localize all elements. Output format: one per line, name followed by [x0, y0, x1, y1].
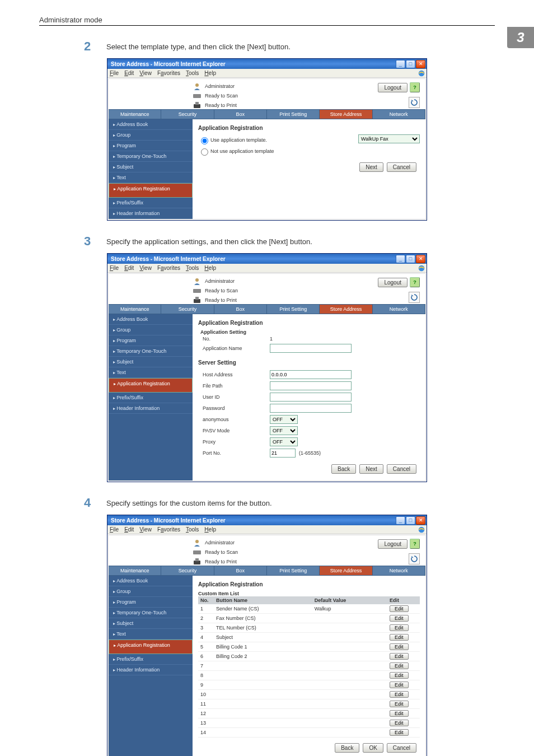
sidebar-item-address[interactable]: Address Book	[109, 119, 193, 130]
back-button[interactable]: Back	[335, 743, 359, 753]
sidebar-item-program[interactable]: Program	[109, 335, 193, 346]
sidebar-item-temp[interactable]: Temporary One-Touch	[109, 151, 193, 162]
sidebar-item-appreg[interactable]: Application Registration	[109, 640, 193, 654]
cancel-button[interactable]: Cancel	[387, 162, 416, 172]
menu-edit[interactable]: Edit	[124, 265, 134, 271]
edit-button[interactable]: Edit	[390, 672, 409, 679]
sidebar-item-temp[interactable]: Temporary One-Touch	[109, 608, 193, 618]
tab-security[interactable]: Security	[161, 110, 214, 119]
radio-not-use[interactable]	[201, 148, 208, 156]
edit-button[interactable]: Edit	[390, 682, 409, 688]
sidebar-item-subject[interactable]: Subject	[109, 162, 193, 172]
ok-button[interactable]: OK	[363, 743, 383, 753]
menu-edit[interactable]: Edit	[124, 70, 134, 76]
sidebar-item-temp[interactable]: Temporary One-Touch	[109, 346, 193, 357]
sidebar-item-group[interactable]: Group	[109, 130, 193, 141]
sidebar-item-program[interactable]: Program	[109, 141, 193, 151]
sidebar-item-text[interactable]: Text	[109, 629, 193, 640]
logout-button[interactable]: Logout	[378, 278, 407, 287]
tab-print[interactable]: Print Setting	[267, 110, 320, 119]
help-icon[interactable]: ?	[410, 277, 420, 287]
edit-button[interactable]: Edit	[390, 605, 409, 612]
menu-tools[interactable]: Tools	[186, 526, 199, 533]
sidebar-item-address[interactable]: Address Book	[109, 314, 193, 325]
sidebar-item-group[interactable]: Group	[109, 325, 193, 335]
tab-store[interactable]: Store Address	[320, 110, 372, 119]
tab-maintenance[interactable]: Maintenance	[109, 305, 161, 314]
tab-box[interactable]: Box	[214, 305, 267, 314]
edit-button[interactable]: Edit	[390, 653, 409, 660]
menu-favorites[interactable]: Favorites	[157, 265, 180, 271]
menu-view[interactable]: View	[139, 70, 152, 76]
filepath-input[interactable]	[270, 381, 352, 390]
sidebar-item-group[interactable]: Group	[109, 586, 193, 597]
edit-button[interactable]: Edit	[390, 634, 409, 641]
menu-favorites[interactable]: Favorites	[157, 526, 180, 533]
menu-tools[interactable]: Tools	[186, 70, 199, 76]
maximize-icon[interactable]: □	[406, 255, 415, 263]
edit-button[interactable]: Edit	[390, 710, 409, 717]
tab-store[interactable]: Store Address	[320, 305, 372, 314]
maximize-icon[interactable]: □	[406, 60, 415, 68]
tab-security[interactable]: Security	[161, 305, 214, 314]
sidebar-item-appreg[interactable]: Application Registration	[109, 183, 193, 198]
cancel-button[interactable]: Cancel	[387, 743, 416, 753]
sidebar-item-prefix[interactable]: Prefix/Suffix	[109, 654, 193, 665]
sidebar-item-header[interactable]: Header Information	[109, 208, 193, 219]
menu-help[interactable]: Help	[204, 526, 216, 533]
tab-network[interactable]: Network	[373, 110, 425, 119]
close-icon[interactable]: ✕	[416, 60, 425, 68]
edit-button[interactable]: Edit	[390, 662, 409, 669]
edit-button[interactable]: Edit	[390, 691, 409, 698]
anon-select[interactable]: OFF	[270, 415, 298, 424]
sidebar-item-header[interactable]: Header Information	[109, 403, 193, 414]
tab-network[interactable]: Network	[373, 566, 425, 575]
sidebar-item-text[interactable]: Text	[109, 367, 193, 378]
help-icon[interactable]: ?	[410, 539, 420, 549]
sidebar-item-subject[interactable]: Subject	[109, 618, 193, 629]
menu-view[interactable]: View	[139, 526, 152, 533]
next-button[interactable]: Next	[359, 162, 383, 172]
tab-box[interactable]: Box	[214, 110, 267, 119]
radio-use-template[interactable]	[201, 137, 208, 144]
tab-maintenance[interactable]: Maintenance	[109, 110, 161, 119]
tab-box[interactable]: Box	[214, 566, 267, 575]
tab-network[interactable]: Network	[373, 305, 425, 314]
template-select[interactable]: WalkUp Fax	[358, 134, 420, 143]
tab-maintenance[interactable]: Maintenance	[109, 566, 161, 575]
minimize-icon[interactable]: _	[396, 516, 405, 525]
sidebar-item-address[interactable]: Address Book	[109, 576, 193, 586]
edit-button[interactable]: Edit	[390, 643, 409, 650]
cancel-button[interactable]: Cancel	[387, 464, 416, 474]
minimize-icon[interactable]: _	[396, 60, 405, 68]
tab-print[interactable]: Print Setting	[267, 305, 320, 314]
pasv-select[interactable]: OFF	[270, 426, 298, 435]
menu-file[interactable]: File	[110, 526, 119, 533]
help-icon[interactable]: ?	[410, 82, 420, 92]
menu-help[interactable]: Help	[204, 265, 216, 271]
logout-button[interactable]: Logout	[378, 539, 407, 549]
next-button[interactable]: Next	[359, 464, 383, 474]
sidebar-item-prefix[interactable]: Prefix/Suffix	[109, 393, 193, 403]
menu-file[interactable]: File	[110, 265, 119, 271]
menu-tools[interactable]: Tools	[186, 265, 199, 271]
userid-input[interactable]	[270, 393, 352, 402]
sidebar-item-subject[interactable]: Subject	[109, 357, 193, 367]
edit-button[interactable]: Edit	[390, 701, 409, 707]
host-input[interactable]	[270, 370, 352, 379]
close-icon[interactable]: ✕	[416, 516, 425, 525]
proxy-select[interactable]: OFF	[270, 437, 298, 446]
edit-button[interactable]: Edit	[390, 624, 409, 631]
menu-view[interactable]: View	[139, 265, 152, 271]
tab-store[interactable]: Store Address	[320, 566, 372, 575]
sidebar-item-prefix[interactable]: Prefix/Suffix	[109, 198, 193, 208]
sidebar-item-appreg[interactable]: Application Registration	[109, 378, 193, 393]
refresh-icon[interactable]	[409, 97, 420, 108]
logout-button[interactable]: Logout	[378, 83, 407, 92]
menu-edit[interactable]: Edit	[124, 526, 134, 533]
sidebar-item-header[interactable]: Header Information	[109, 665, 193, 675]
menu-file[interactable]: File	[110, 70, 119, 76]
password-input[interactable]	[270, 404, 352, 413]
port-input[interactable]	[270, 449, 296, 458]
back-button[interactable]: Back	[331, 464, 356, 474]
